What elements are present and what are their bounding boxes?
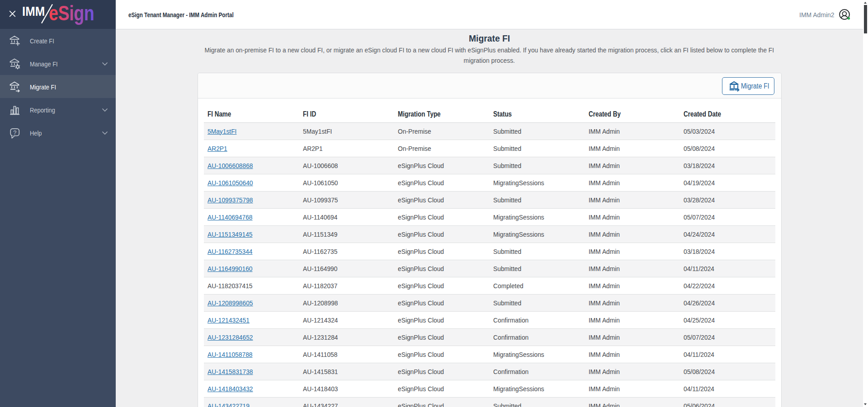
svg-text:?: ? <box>13 129 16 136</box>
svg-text:eSign: eSign <box>49 4 94 24</box>
svg-text:IMM: IMM <box>22 4 45 19</box>
